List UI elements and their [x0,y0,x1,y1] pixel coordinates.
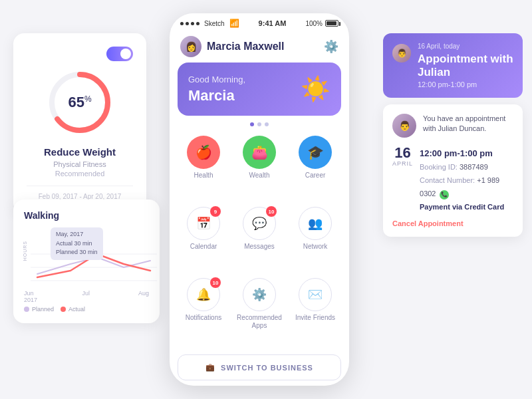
label-aug: Aug [138,290,149,297]
app-messages[interactable]: 💬 10 Messages [233,203,285,270]
percent-value: 65% [68,94,91,111]
banner-time: 12:00 pm-1:00 pm [418,80,513,88]
payment-line: Payment via Credit Card [420,201,513,214]
label-jul: Jul [82,290,90,297]
appointment-detail-card: 👨 You have an appointment with Julian Du… [383,104,523,237]
date-month: APRIL [392,160,413,167]
wealth-label: Wealth [249,172,270,180]
banner-inner: 👨 16 April, today Appointment with Julia… [392,43,513,88]
rec-apps-icon: ⚙️ [243,278,276,311]
card-title: Reduce Weight [27,146,133,158]
briefcase-icon: 💼 [205,363,215,372]
rec-apps-label: Recommended Apps [233,314,285,330]
battery-percent: 100% [305,20,323,27]
messages-icon: 💬 10 [243,207,276,240]
detail-avatar: 👨 [392,114,416,138]
greeting-text: Good Morning, [188,74,245,84]
app-calendar[interactable]: 📅 9 Calendar [178,203,229,270]
chart-tooltip: May, 2017 Actual 30 min Planned 30 min [51,227,103,260]
progress-circle: 65% [47,69,113,136]
app-health[interactable]: 🍎 Health [178,132,229,199]
app-network[interactable]: 👥 Network [289,203,341,270]
network-label: Network [303,243,328,251]
phone-icon: 📞 [440,190,449,200]
career-label: Career [305,172,326,180]
legend-actual: Actual [61,306,85,313]
calendar-badge: 9 [210,206,221,217]
health-icon: 🍎 [187,136,220,169]
app-invite[interactable]: ✉️ Invite Friends [289,274,341,349]
chart-area: HOURS May, 2017 Actual 30 min Planned 30… [24,227,149,287]
sun-icon: ☀️ [301,75,331,103]
cancel-appointment-button[interactable]: Cancel Appointment [392,219,513,227]
appointment-banner: 👨 16 April, today Appointment with Julia… [383,33,523,98]
walking-card: Walking HOURS May, 2017 Actual 30 min Pl… [13,200,160,323]
switch-business-label: SWITCH TO BUSINESS [221,364,313,372]
health-label: Health [194,172,213,180]
network-icon: 👥 [299,207,332,240]
battery-area: 100% [305,20,338,27]
career-icon: 🎓 [299,136,332,169]
tooltip-planned: Planned 30 min [56,248,98,257]
legend-planned: Planned [24,306,54,313]
app-career[interactable]: 🎓 Career [289,132,341,199]
battery-icon [325,20,338,27]
banner-text: Good Morning, Marcia [188,74,245,104]
app-grid: 🍎 Health 👛 Wealth 🎓 Career 📅 9 Calendar [170,132,349,349]
banner-dots [170,122,349,126]
phone-frame: Sketch 📶 9:41 AM 100% 👩 Marcia Maxwell ⚙… [170,13,349,386]
switch-business-button[interactable]: 💼 SWITCH TO BUSINESS [178,354,341,380]
settings-icon[interactable]: ⚙️ [324,39,338,54]
tooltip-actual: Actual 30 min [56,239,98,249]
tooltip-month: May, 2017 [56,230,98,239]
legend-dot-planned [24,307,29,312]
greeting-banner: Good Morning, Marcia ☀️ [178,63,341,116]
invite-label: Invite Friends [295,314,335,322]
chart-year: 2017 [24,297,149,303]
booking-id-label: Booking ID: [420,163,458,171]
chart-x-labels: Jun Jul Aug [24,290,149,297]
carrier-name: Sketch [204,20,225,27]
card-subtitle: Physical Fitness [27,160,133,168]
banner-content: 16 April, today Appointment with Julian … [418,43,513,88]
card-dates: Feb 09, 2017 - Apr 20, 2017 [27,186,133,200]
notifications-label: Notifications [186,314,221,322]
time-display: 9:41 AM [259,19,287,27]
calendar-label: Calendar [190,243,217,251]
banner-title: Appointment with Julian [418,53,513,79]
notifications-icon: 🔔 10 [187,278,220,311]
user-info: 👩 Marcia Maxwell [180,36,285,57]
app-wealth[interactable]: 👛 Wealth [233,132,285,199]
toggle-switch[interactable] [106,47,133,61]
label-jun: Jun [24,290,34,297]
hours-label: HOURS [23,241,27,261]
dot-1 [250,122,254,126]
chart-legend: Planned Actual [24,306,149,313]
date-row: 16 APRIL 12:00 pm-1:00 pm Booking ID: 38… [392,146,513,214]
right-appointment-card: 👨 16 April, today Appointment with Julia… [383,33,523,237]
detail-header: 👨 You have an appointment with Julian Du… [392,114,513,138]
banner-date: 16 April, today [418,43,513,50]
detail-info: 12:00 pm-1:00 pm Booking ID: 3887489 Con… [420,146,513,214]
appt-time: 12:00 pm-1:00 pm [420,146,513,161]
contact-label: Contact Number: [420,176,475,184]
app-rec-apps[interactable]: ⚙️ Recommended Apps [233,274,285,349]
dot-2 [257,122,261,126]
banner-avatar: 👨 [392,44,411,63]
main-container: 65% Reduce Weight Physical Fitness Recom… [0,0,532,399]
user-first-name: Marcia [188,87,245,104]
booking-id-line: Booking ID: 3887489 [420,161,513,174]
invite-icon: ✉️ [299,278,332,311]
booking-id-value: 3887489 [460,163,488,171]
date-number: 16 [392,146,413,160]
legend-dot-actual [61,307,66,312]
detail-description: You have an appointment with Julian Dunc… [423,114,513,134]
notifications-badge: 10 [210,277,221,288]
app-notifications[interactable]: 🔔 10 Notifications [178,274,229,349]
messages-badge: 10 [266,206,277,217]
calendar-icon: 📅 9 [187,207,220,240]
contact-line: Contact Number: +1 989 0302 📞 [420,174,513,201]
fitness-card: 65% Reduce Weight Physical Fitness Recom… [13,33,146,213]
dot-3 [265,122,269,126]
status-bar: Sketch 📶 9:41 AM 100% [170,13,349,31]
